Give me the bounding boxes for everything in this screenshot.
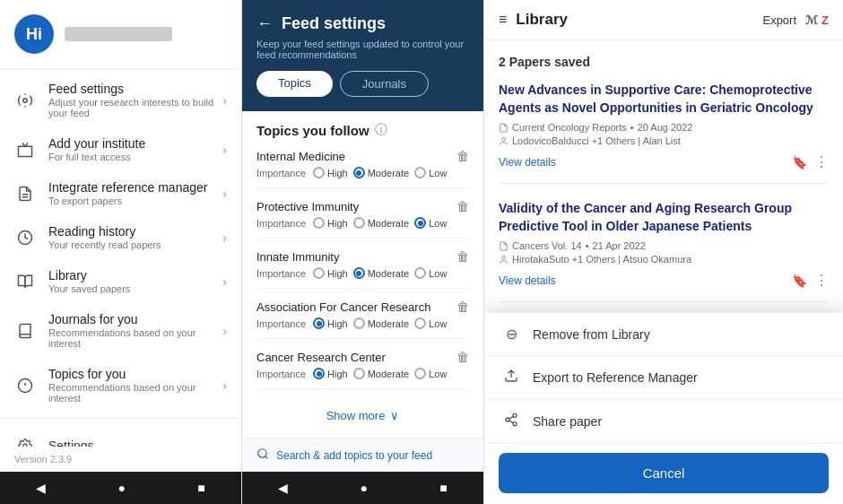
nav-item-journals-for-you[interactable]: Journals for you Recommendations based o… [0, 303, 241, 358]
chevron-down-icon: ∨ [390, 409, 399, 422]
nav-item-topics-for-you[interactable]: Topics for you Recommendations based on … [0, 358, 241, 413]
topics-for-you-title: Topics for you [48, 367, 222, 381]
topic-item-cancer-research: Association For Cancer Research 🗑 Import… [256, 300, 469, 339]
svg-point-27 [506, 418, 509, 421]
view-details-button-1[interactable]: View details [499, 156, 556, 169]
navigation-panel: Hi Feed settings Adjust your research in… [0, 0, 242, 504]
radio-high[interactable]: High [313, 267, 348, 279]
svg-point-24 [502, 256, 506, 259]
nav-items-list: Feed settings Adjust your research inter… [0, 69, 241, 447]
radio-high[interactable]: High [313, 368, 348, 379]
nav-divider-1 [0, 418, 241, 419]
delete-topic-button[interactable]: 🗑 [456, 249, 469, 264]
bookmark-icon-2[interactable]: 🔖 [792, 274, 807, 288]
tab-topics[interactable]: Topics [256, 71, 333, 97]
radio-circle-moderate [353, 267, 365, 279]
nav-item-library[interactable]: Library Your saved papers › [0, 259, 241, 303]
more-options-icon-1[interactable]: ⋮ [814, 153, 829, 170]
recents-button-1[interactable]: ■ [187, 475, 215, 500]
topics-icon [14, 375, 36, 396]
integrate-ref-title: Integrate reference manager [48, 180, 222, 195]
version-text: Version 2.3.9 [0, 447, 241, 472]
svg-rect-3 [19, 146, 32, 156]
library-panel: ≡ Library Export ℳ Z 2 Papers saved New … [484, 0, 843, 504]
recents-button-2[interactable]: ■ [429, 475, 457, 500]
feed-back-button[interactable]: ← [256, 14, 273, 33]
journals-for-you-subtitle: Recommendations based on your interest [48, 327, 222, 349]
export-button[interactable]: Export [762, 13, 796, 27]
delete-topic-button[interactable]: 🗑 [456, 350, 469, 364]
papers-count: 2 Papers saved [499, 55, 829, 69]
add-institute-chevron: › [222, 143, 227, 157]
radio-low[interactable]: Low [414, 317, 447, 329]
importance-row: Importance High Moderate Low [256, 167, 469, 178]
topic-item-internal-medicine: Internal Medicine 🗑 Importance High Mode… [256, 149, 469, 188]
library-panel-title: Library [516, 11, 762, 29]
radio-high[interactable]: High [313, 217, 348, 229]
remove-from-library-action[interactable]: ⊖ Remove from Library [484, 313, 843, 356]
paper-actions-1: View details 🔖 ⋮ [499, 153, 829, 170]
bottom-nav-bar-2: ◀ ● ■ [242, 472, 483, 504]
search-add-label: Search & add topics to your feed [276, 449, 432, 462]
radio-moderate[interactable]: Moderate [353, 368, 409, 379]
export-to-ref-manager-action[interactable]: Export to Reference Manager [484, 356, 843, 400]
cancel-button[interactable]: Cancel [499, 453, 829, 493]
tab-journals[interactable]: Journals [340, 71, 429, 97]
info-icon: ⓘ [375, 122, 387, 138]
paper-authors-2: HirotakaSuto +1 Others | Atsuo Okamura [499, 254, 829, 265]
svg-point-21 [258, 449, 266, 457]
view-details-button-2[interactable]: View details [499, 274, 556, 287]
feed-settings-chevron: › [222, 93, 227, 108]
paper-date-2: 21 Apr 2022 [593, 240, 646, 251]
delete-topic-button[interactable]: 🗑 [456, 149, 469, 163]
export-ref-label: Export to Reference Manager [533, 370, 698, 385]
integrate-ref-subtitle: To export papers [48, 196, 222, 206]
paper-title-2: Validity of the Cancer and Aging Researc… [499, 200, 829, 235]
library-header: ≡ Library Export ℳ Z [484, 0, 843, 40]
mendeley-icon: ℳ [805, 13, 818, 27]
user-name-placeholder [65, 27, 172, 41]
delete-topic-button[interactable]: 🗑 [456, 199, 469, 213]
importance-label: Importance [256, 168, 306, 178]
radio-moderate[interactable]: Moderate [353, 167, 409, 178]
radio-high[interactable]: High [313, 167, 348, 178]
radio-circle-high [313, 267, 325, 279]
add-institute-subtitle: For full text access [48, 152, 222, 162]
topics-for-you-chevron: › [222, 378, 227, 393]
search-add-topics-bar[interactable]: Search & add topics to your feed [242, 438, 483, 472]
radio-moderate[interactable]: Moderate [353, 217, 409, 229]
home-button-2[interactable]: ● [350, 475, 378, 500]
radio-low[interactable]: Low [414, 368, 447, 379]
nav-item-integrate-ref[interactable]: Integrate reference manager To export pa… [0, 171, 241, 215]
topic-item-cancer-research-center: Cancer Research Center 🗑 Importance High… [256, 350, 469, 389]
radio-moderate[interactable]: Moderate [353, 267, 409, 279]
radio-high[interactable]: High [313, 317, 348, 329]
back-button-2[interactable]: ◀ [267, 475, 299, 500]
nav-item-add-institute[interactable]: Add your institute For full text access … [0, 127, 241, 171]
show-more-button[interactable]: Show more ∨ [256, 400, 469, 431]
nav-item-settings[interactable]: Settings [0, 424, 241, 447]
nav-item-feed-settings[interactable]: Feed settings Adjust your research inter… [0, 73, 241, 127]
avatar: Hi [14, 14, 54, 54]
radio-low[interactable]: Low [414, 267, 447, 279]
radio-circle-low [414, 368, 426, 379]
add-institute-icon [14, 139, 36, 161]
paper-card-1: New Advances in Supportive Care: Chemopr… [499, 82, 829, 184]
hamburger-icon[interactable]: ≡ [499, 12, 507, 28]
more-options-icon-2[interactable]: ⋮ [814, 272, 829, 289]
journals-icon [14, 320, 36, 342]
back-button-1[interactable]: ◀ [25, 475, 56, 500]
bookmark-icon-1[interactable]: 🔖 [792, 155, 807, 169]
importance-label: Importance [256, 218, 306, 229]
nav-item-reading-history[interactable]: Reading history Your recently read paper… [0, 215, 241, 259]
delete-topic-button[interactable]: 🗑 [456, 300, 469, 314]
home-button-1[interactable]: ● [108, 475, 136, 500]
share-paper-action[interactable]: Share paper [484, 400, 843, 444]
radio-low[interactable]: Low [414, 217, 447, 229]
topic-name: Internal Medicine [256, 150, 345, 163]
topic-name: Protective Immunity [256, 200, 359, 213]
topics-section-title: Topics you follow [256, 123, 369, 138]
radio-low[interactable]: Low [414, 167, 447, 178]
importance-label: Importance [256, 369, 306, 379]
radio-moderate[interactable]: Moderate [353, 317, 409, 329]
